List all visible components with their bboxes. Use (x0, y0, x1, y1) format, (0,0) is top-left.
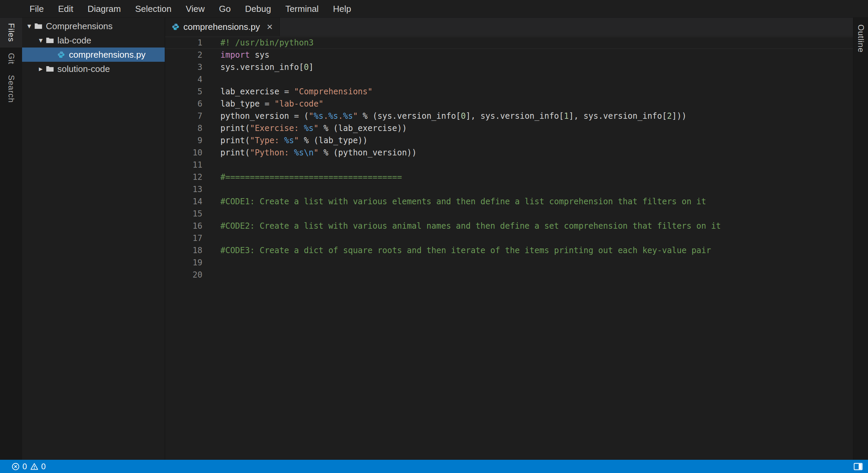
python-icon (172, 23, 179, 31)
line-number: 1 (165, 37, 202, 49)
tree-item-label: solution-code (57, 64, 110, 74)
activity-tab-label: Files (6, 23, 16, 42)
line-number: 4 (165, 73, 202, 86)
application-window: FileEditDiagramSelectionViewGoDebugTermi… (0, 0, 868, 473)
tab-label: comprehensions.py (183, 22, 260, 32)
tree-item-solution-code[interactable]: ▸solution-code (22, 62, 165, 76)
code-line-11[interactable]: 11 (165, 159, 853, 171)
line-number: 10 (165, 147, 202, 159)
line-number: 14 (165, 195, 202, 208)
line-number: 11 (165, 159, 202, 171)
menu-item-terminal[interactable]: Terminal (278, 0, 326, 18)
menu-item-edit[interactable]: Edit (51, 0, 80, 18)
code-text: #CODE1: Create a list with various eleme… (220, 195, 706, 208)
code-line-8[interactable]: 8print("Exercise: %s" % (lab_exercise)) (165, 122, 853, 134)
status-bar: 0 0 (0, 460, 868, 473)
code-line-5[interactable]: 5lab_exercise = "Comprehensions" (165, 86, 853, 98)
code-line-9[interactable]: 9print("Type: %s" % (lab_type)) (165, 134, 853, 147)
main-area: FilesGitSearch ▾Comprehensions▾lab-codec… (0, 18, 868, 460)
code-line-18[interactable]: 18#CODE3: Create a dict of square roots … (165, 244, 853, 257)
tree-item-comprehensions[interactable]: ▾Comprehensions (22, 19, 165, 33)
menu-item-diagram[interactable]: Diagram (80, 0, 128, 18)
menu-item-view[interactable]: View (179, 0, 212, 18)
line-number: 6 (165, 98, 202, 110)
code-text: print("Type: %s" % (lab_type)) (220, 134, 368, 147)
chevron-right-icon[interactable]: ▸ (36, 64, 46, 73)
code-text: lab_type = "lab-code" (220, 98, 323, 110)
line-number: 18 (165, 244, 202, 257)
problems-indicator[interactable]: 0 0 (12, 462, 46, 471)
line-number: 13 (165, 183, 202, 195)
file-explorer: ▾Comprehensions▾lab-codecomprehensions.p… (22, 18, 165, 460)
activity-tab-search[interactable]: Search (0, 70, 22, 108)
folder-icon (46, 65, 56, 72)
activity-tab-git[interactable]: Git (0, 48, 22, 70)
line-number: 9 (165, 134, 202, 147)
code-text: import sys (220, 49, 270, 61)
code-text: lab_exercise = "Comprehensions" (220, 86, 373, 98)
tree-item-label: lab-code (57, 35, 91, 46)
line-number: 16 (165, 220, 202, 232)
error-icon (12, 462, 20, 471)
line-number: 15 (165, 208, 202, 220)
code-line-3[interactable]: 3sys.version_info[0] (165, 61, 853, 73)
code-line-2[interactable]: 2import sys (165, 49, 853, 61)
tree-item-label: comprehensions.py (69, 50, 145, 60)
code-text: print("Exercise: %s" % (lab_exercise)) (220, 122, 407, 134)
menu-item-debug[interactable]: Debug (238, 0, 278, 18)
tab-comprehensions-py[interactable]: comprehensions.py × (165, 18, 280, 36)
line-number: 20 (165, 269, 202, 281)
tree-item-comprehensions-py[interactable]: comprehensions.py (22, 48, 165, 62)
activity-tab-label: Search (6, 75, 16, 103)
code-line-12[interactable]: 12#==================================== (165, 171, 853, 183)
code-text: #CODE2: Create a list with various anima… (220, 220, 721, 232)
code-line-19[interactable]: 19 (165, 257, 853, 269)
line-number: 19 (165, 257, 202, 269)
tab-outline[interactable]: Outline (856, 18, 866, 53)
warning-count: 0 (41, 462, 46, 471)
menu-item-file[interactable]: File (22, 0, 51, 18)
code-line-1[interactable]: 1#! /usr/bin/python3 (165, 37, 853, 49)
editor-group: comprehensions.py × 1#! /usr/bin/python3… (165, 18, 853, 460)
activity-bar: FilesGitSearch (0, 18, 22, 460)
chevron-down-icon[interactable]: ▾ (36, 36, 46, 45)
error-count: 0 (22, 462, 27, 471)
folder-icon (46, 37, 56, 44)
python-icon (57, 51, 68, 58)
panel-toggle-icon[interactable] (854, 463, 863, 470)
code-line-6[interactable]: 6lab_type = "lab-code" (165, 98, 853, 110)
menubar: FileEditDiagramSelectionViewGoDebugTermi… (0, 0, 868, 18)
code-line-16[interactable]: 16#CODE2: Create a list with various ani… (165, 220, 853, 232)
activity-tab-files[interactable]: Files (0, 18, 22, 48)
code-line-10[interactable]: 10print("Python: %s\n" % (python_version… (165, 147, 853, 159)
close-icon[interactable]: × (267, 22, 273, 32)
code-editor[interactable]: 1#! /usr/bin/python32import sys3sys.vers… (165, 36, 853, 460)
menu-item-selection[interactable]: Selection (128, 0, 179, 18)
line-number: 17 (165, 232, 202, 244)
code-line-20[interactable]: 20 (165, 269, 853, 281)
code-line-15[interactable]: 15 (165, 208, 853, 220)
folder-icon (34, 23, 44, 30)
code-line-13[interactable]: 13 (165, 183, 853, 195)
code-line-7[interactable]: 7python_version = ("%s.%s.%s" % (sys.ver… (165, 110, 853, 122)
warning-icon (30, 462, 38, 471)
code-line-17[interactable]: 17 (165, 232, 853, 244)
line-number: 2 (165, 49, 202, 61)
tab-bar: comprehensions.py × (165, 18, 853, 36)
menu-item-go[interactable]: Go (212, 0, 238, 18)
chevron-down-icon[interactable]: ▾ (24, 22, 34, 31)
activity-tab-label: Git (6, 53, 16, 64)
code-text: python_version = ("%s.%s.%s" % (sys.vers… (220, 110, 687, 122)
tree-item-label: Comprehensions (46, 21, 113, 32)
code-text: #! /usr/bin/python3 (220, 37, 314, 49)
code-text: print("Python: %s\n" % (python_version)) (220, 147, 417, 159)
code-text: #==================================== (220, 171, 402, 183)
line-number: 5 (165, 86, 202, 98)
line-number: 12 (165, 171, 202, 183)
code-text: sys.version_info[0] (220, 61, 314, 73)
tree-item-lab-code[interactable]: ▾lab-code (22, 33, 165, 48)
line-number: 3 (165, 61, 202, 73)
code-line-14[interactable]: 14#CODE1: Create a list with various ele… (165, 195, 853, 208)
menu-item-help[interactable]: Help (326, 0, 358, 18)
code-line-4[interactable]: 4 (165, 73, 853, 86)
